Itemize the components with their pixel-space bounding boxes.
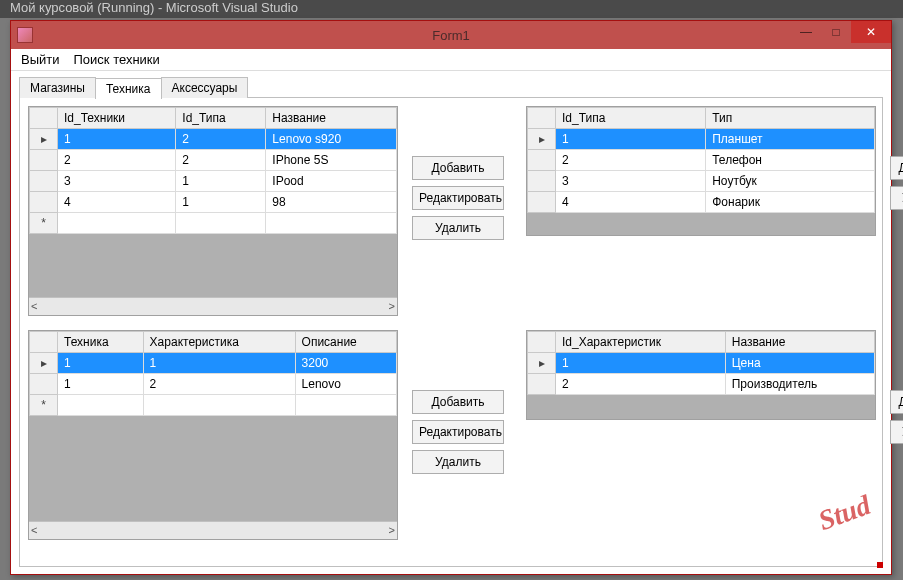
- new-row-icon[interactable]: *: [30, 395, 58, 416]
- cell[interactable]: 2: [176, 150, 266, 171]
- titlebar[interactable]: Form1 — □ ✕: [11, 21, 891, 49]
- cell[interactable]: Производитель: [725, 374, 874, 395]
- table-row[interactable]: 2 Производитель: [528, 374, 875, 395]
- add-button[interactable]: Добавить: [412, 390, 504, 414]
- delete-button[interactable]: Удалить: [890, 420, 903, 444]
- cell[interactable]: [58, 395, 144, 416]
- grid-tech[interactable]: Id_Техники Id_Типа Название ▸ 1 2 Lenovo…: [28, 106, 398, 316]
- grid-types[interactable]: Id_Типа Тип ▸ 1 Планшет 2 Телефон: [526, 106, 876, 236]
- cell[interactable]: 2: [556, 150, 706, 171]
- delete-button[interactable]: Удалить: [890, 186, 903, 210]
- cell[interactable]: [176, 213, 266, 234]
- horizontal-scrollbar[interactable]: < >: [29, 297, 397, 315]
- row-selector-icon[interactable]: [528, 171, 556, 192]
- table-row[interactable]: ▸ 1 Планшет: [528, 129, 875, 150]
- row-selector-icon[interactable]: [30, 171, 58, 192]
- new-row[interactable]: *: [30, 213, 397, 234]
- tab-tech[interactable]: Техника: [95, 78, 162, 99]
- cell[interactable]: 1: [143, 353, 295, 374]
- col-type[interactable]: Тип: [706, 108, 875, 129]
- add-button[interactable]: Добавить: [890, 390, 903, 414]
- col-name[interactable]: Название: [725, 332, 874, 353]
- cell[interactable]: Цена: [725, 353, 874, 374]
- cell[interactable]: 2: [556, 374, 726, 395]
- table-row[interactable]: ▸ 1 2 Lenovo s920: [30, 129, 397, 150]
- scroll-right-icon[interactable]: >: [389, 522, 395, 539]
- table-row[interactable]: 3 1 IPood: [30, 171, 397, 192]
- scroll-left-icon[interactable]: <: [31, 522, 37, 539]
- cell[interactable]: Телефон: [706, 150, 875, 171]
- grid-tech-char[interactable]: Техника Характеристика Описание ▸ 1 1 32…: [28, 330, 398, 540]
- rowheader-corner[interactable]: [528, 108, 556, 129]
- cell[interactable]: [143, 395, 295, 416]
- row-selector-icon[interactable]: [30, 150, 58, 171]
- cell[interactable]: 1: [58, 353, 144, 374]
- cell[interactable]: 4: [556, 192, 706, 213]
- table-row[interactable]: 2 2 IPhone 5S: [30, 150, 397, 171]
- row-selector-icon[interactable]: [30, 192, 58, 213]
- rowheader-corner[interactable]: [30, 332, 58, 353]
- new-row[interactable]: *: [30, 395, 397, 416]
- table-row[interactable]: 4 1 98: [30, 192, 397, 213]
- cell[interactable]: Планшет: [706, 129, 875, 150]
- col-id-type[interactable]: Id_Типа: [556, 108, 706, 129]
- col-id-tech[interactable]: Id_Техники: [58, 108, 176, 129]
- row-selector-icon[interactable]: [528, 374, 556, 395]
- col-id-char[interactable]: Id_Характеристик: [556, 332, 726, 353]
- cell[interactable]: 1: [176, 192, 266, 213]
- cell[interactable]: [58, 213, 176, 234]
- row-selector-icon[interactable]: ▸: [30, 353, 58, 374]
- edit-button[interactable]: Редактировать: [412, 186, 504, 210]
- cell[interactable]: Фонарик: [706, 192, 875, 213]
- col-tech[interactable]: Техника: [58, 332, 144, 353]
- cell[interactable]: 2: [58, 150, 176, 171]
- rowheader-corner[interactable]: [528, 332, 556, 353]
- tab-accessories[interactable]: Аксессуары: [161, 77, 249, 98]
- row-selector-icon[interactable]: [528, 150, 556, 171]
- cell[interactable]: 2: [176, 129, 266, 150]
- grid-characteristics[interactable]: Id_Характеристик Название ▸ 1 Цена 2 Про…: [526, 330, 876, 420]
- scroll-right-icon[interactable]: >: [389, 298, 395, 315]
- maximize-button[interactable]: □: [821, 21, 851, 43]
- row-selector-icon[interactable]: ▸: [528, 129, 556, 150]
- cell[interactable]: 4: [58, 192, 176, 213]
- row-selector-icon[interactable]: [528, 192, 556, 213]
- cell[interactable]: 3200: [295, 353, 396, 374]
- cell[interactable]: Lenovo s920: [266, 129, 397, 150]
- table-row[interactable]: ▸ 1 1 3200: [30, 353, 397, 374]
- cell[interactable]: IPood: [266, 171, 397, 192]
- row-selector-icon[interactable]: [30, 374, 58, 395]
- cell[interactable]: 3: [58, 171, 176, 192]
- col-char[interactable]: Характеристика: [143, 332, 295, 353]
- col-name[interactable]: Название: [266, 108, 397, 129]
- delete-button[interactable]: Удалить: [412, 216, 504, 240]
- table-row[interactable]: 4 Фонарик: [528, 192, 875, 213]
- cell[interactable]: IPhone 5S: [266, 150, 397, 171]
- table-row[interactable]: 1 2 Lenovo: [30, 374, 397, 395]
- menu-exit[interactable]: Выйти: [21, 52, 60, 67]
- cell[interactable]: 1: [58, 374, 144, 395]
- cell[interactable]: [266, 213, 397, 234]
- minimize-button[interactable]: —: [791, 21, 821, 43]
- scroll-left-icon[interactable]: <: [31, 298, 37, 315]
- table-row[interactable]: ▸ 1 Цена: [528, 353, 875, 374]
- cell[interactable]: [295, 395, 396, 416]
- add-button[interactable]: Добавить: [890, 156, 903, 180]
- edit-button[interactable]: Редактировать: [412, 420, 504, 444]
- new-row-icon[interactable]: *: [30, 213, 58, 234]
- cell[interactable]: 98: [266, 192, 397, 213]
- cell[interactable]: 3: [556, 171, 706, 192]
- tab-shops[interactable]: Магазины: [19, 77, 96, 98]
- table-row[interactable]: 3 Ноутбук: [528, 171, 875, 192]
- close-button[interactable]: ✕: [851, 21, 891, 43]
- cell[interactable]: 1: [556, 129, 706, 150]
- cell[interactable]: 1: [58, 129, 176, 150]
- row-selector-icon[interactable]: ▸: [30, 129, 58, 150]
- cell[interactable]: Ноутбук: [706, 171, 875, 192]
- add-button[interactable]: Добавить: [412, 156, 504, 180]
- row-selector-icon[interactable]: ▸: [528, 353, 556, 374]
- cell[interactable]: Lenovo: [295, 374, 396, 395]
- horizontal-scrollbar[interactable]: < >: [29, 521, 397, 539]
- cell[interactable]: 2: [143, 374, 295, 395]
- col-id-type[interactable]: Id_Типа: [176, 108, 266, 129]
